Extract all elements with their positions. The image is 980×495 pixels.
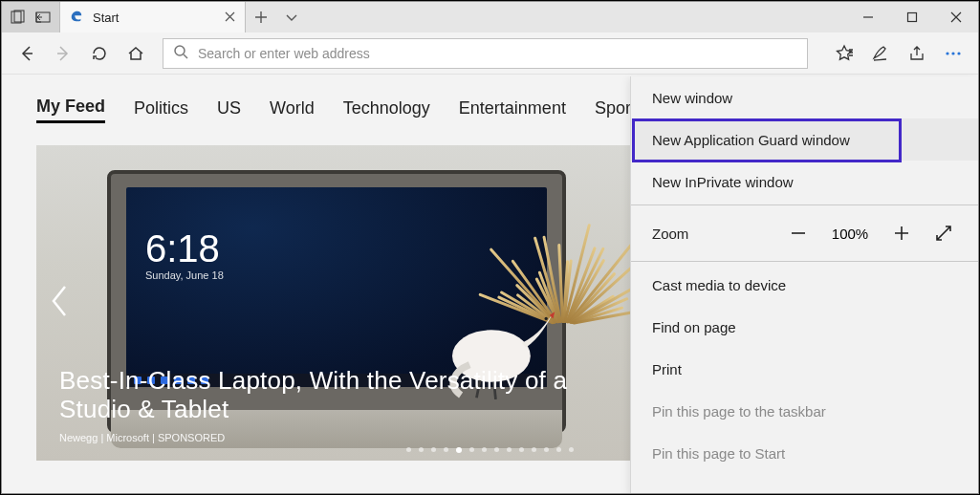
carousel-dot[interactable] xyxy=(569,447,574,452)
ink-button[interactable] xyxy=(863,36,898,71)
menu-separator xyxy=(631,261,978,262)
menu-new-appguard[interactable]: New Application Guard window xyxy=(631,118,978,161)
carousel-dot[interactable] xyxy=(456,447,462,453)
menu-find[interactable]: Find on page xyxy=(631,306,978,348)
share-button[interactable] xyxy=(900,36,934,71)
minimize-button[interactable] xyxy=(846,2,890,32)
browser-window: Start xyxy=(1,1,979,494)
carousel-dot[interactable] xyxy=(494,447,499,452)
menu-print[interactable]: Print xyxy=(631,348,978,390)
maximize-button[interactable] xyxy=(890,2,934,32)
zoom-value: 100% xyxy=(827,226,873,242)
carousel-dot[interactable] xyxy=(444,447,448,452)
menu-cast[interactable]: Cast media to device xyxy=(631,264,978,306)
tab-close-button[interactable] xyxy=(225,10,235,25)
menu-separator xyxy=(631,204,978,205)
nav-politics[interactable]: Politics xyxy=(134,98,188,122)
back-button[interactable] xyxy=(10,36,44,71)
tab-start[interactable]: Start xyxy=(59,2,246,32)
lockscreen-time: 6:18 xyxy=(145,229,224,268)
toolbar-actions xyxy=(827,36,970,71)
carousel-dot[interactable] xyxy=(406,447,411,452)
nav-world[interactable]: World xyxy=(270,98,315,122)
carousel-dot[interactable] xyxy=(431,447,436,452)
nav-us[interactable]: US xyxy=(217,98,241,122)
refresh-button[interactable] xyxy=(82,36,117,71)
zoom-in-button[interactable] xyxy=(888,220,915,247)
more-button[interactable] xyxy=(936,36,970,71)
carousel-prev[interactable] xyxy=(44,279,76,327)
carousel-dot[interactable] xyxy=(556,447,561,452)
tab-actions xyxy=(246,2,307,32)
address-input[interactable] xyxy=(196,45,797,62)
carousel-dot[interactable] xyxy=(419,447,424,452)
carousel-dot[interactable] xyxy=(507,447,512,452)
show-all-tabs-icon[interactable] xyxy=(33,8,53,27)
hero-byline: Newegg | Microsoft | SPONSORED xyxy=(59,432,614,443)
zoom-out-button[interactable] xyxy=(785,220,812,247)
address-bar[interactable] xyxy=(163,38,808,69)
svg-point-9 xyxy=(545,317,548,320)
svg-point-7 xyxy=(957,52,960,54)
menu-pin-start: Pin this page to Start xyxy=(631,432,978,474)
home-button[interactable] xyxy=(119,36,153,71)
lockscreen-date: Sunday, June 18 xyxy=(145,269,224,281)
carousel-dot[interactable] xyxy=(532,447,536,452)
tab-title: Start xyxy=(93,11,217,25)
hero-text: Best-In-Class Laptop, With the Versatili… xyxy=(59,367,614,443)
menu-pin-taskbar: Pin this page to the taskbar xyxy=(631,390,978,432)
forward-button[interactable] xyxy=(46,36,80,71)
nav-technology[interactable]: Technology xyxy=(343,98,430,122)
menu-new-window[interactable]: New window xyxy=(631,76,978,118)
nav-my-feed[interactable]: My Feed xyxy=(36,97,105,123)
tab-preview-button[interactable] xyxy=(276,2,307,32)
favorites-button[interactable] xyxy=(827,36,861,71)
svg-rect-0 xyxy=(11,11,21,23)
svg-point-6 xyxy=(951,52,954,54)
more-menu: New window New Application Guard window … xyxy=(630,76,978,494)
title-bar: Start xyxy=(2,2,978,32)
svg-rect-1 xyxy=(14,11,24,22)
menu-zoom-row: Zoom 100% xyxy=(631,207,978,259)
svg-rect-3 xyxy=(908,13,917,22)
window-controls xyxy=(846,2,978,32)
tabs-aside-icon[interactable] xyxy=(9,8,28,27)
fullscreen-button[interactable] xyxy=(930,220,957,247)
search-icon xyxy=(173,44,188,63)
hero-headline[interactable]: Best-In-Class Laptop, With the Versatili… xyxy=(59,367,614,424)
carousel-dot[interactable] xyxy=(469,447,474,452)
carousel-dot[interactable] xyxy=(482,447,487,452)
toolbar xyxy=(2,32,978,75)
zoom-label: Zoom xyxy=(652,226,770,242)
window-close-button[interactable] xyxy=(934,2,978,32)
carousel-dot[interactable] xyxy=(544,447,549,452)
svg-point-4 xyxy=(175,46,185,55)
tab-tools xyxy=(2,2,59,32)
svg-point-5 xyxy=(946,52,948,54)
carousel-dot[interactable] xyxy=(519,447,524,452)
menu-new-inprivate[interactable]: New InPrivate window xyxy=(631,161,978,203)
nav-entertainment[interactable]: Entertainment xyxy=(459,98,566,122)
new-tab-button[interactable] xyxy=(246,2,276,32)
edge-icon xyxy=(70,10,85,25)
